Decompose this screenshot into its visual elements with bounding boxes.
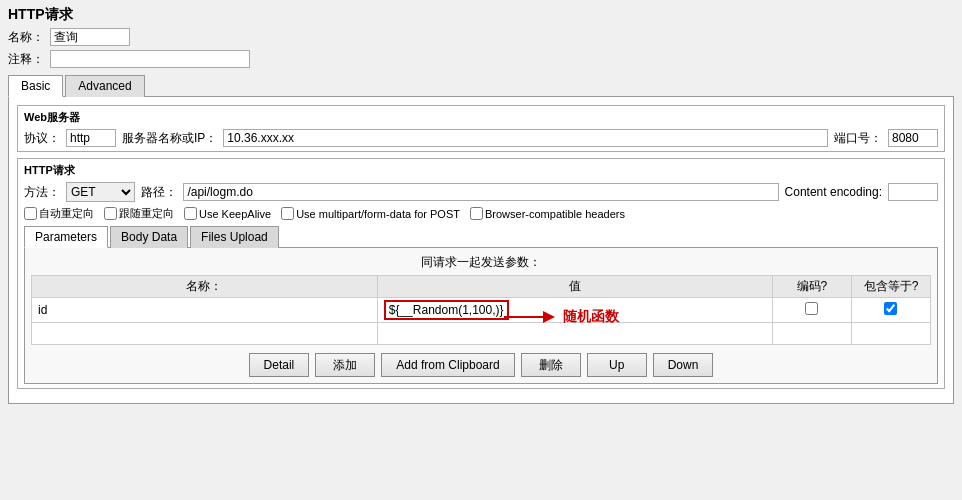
table-row: id ${__Random(1,100,)} [32, 298, 931, 323]
annotation-container: ${__Random(1,100,)} [384, 300, 509, 320]
tab-advanced[interactable]: Advanced [65, 75, 144, 97]
encode-checkbox[interactable] [805, 302, 818, 315]
http-request-title: HTTP请求 [24, 163, 938, 178]
auto-redirect-checkbox[interactable] [24, 207, 37, 220]
contains-checkbox[interactable] [884, 302, 897, 315]
follow-redirect-label[interactable]: 跟随重定向 [104, 206, 174, 221]
basic-panel: Web服务器 协议： 服务器名称或IP： 端口号： HTTP请求 方法： GET… [8, 97, 954, 404]
params-table: 名称： 值 编码? 包含等于? id ${__Random(1,100,)} [31, 275, 931, 345]
delete-button[interactable]: 删除 [521, 353, 581, 377]
params-header: 同请求一起发送参数： [31, 254, 931, 271]
col-header-encode: 编码? [772, 276, 851, 298]
add-button[interactable]: 添加 [315, 353, 375, 377]
method-select[interactable]: GET POST PUT DELETE [66, 182, 135, 202]
checkbox-row: 自动重定向 跟随重定向 Use KeepAlive Use multipart/… [24, 206, 938, 221]
server-row: 协议： 服务器名称或IP： 端口号： [24, 129, 938, 147]
detail-button[interactable]: Detail [249, 353, 310, 377]
name-row: 名称： [8, 28, 954, 46]
path-input[interactable] [183, 183, 778, 201]
server-input[interactable] [223, 129, 828, 147]
keepalive-checkbox[interactable] [184, 207, 197, 220]
main-tab-bar: Basic Advanced [8, 74, 954, 97]
empty-row [32, 323, 931, 345]
arrow-annotation: 随机函数 [499, 302, 619, 332]
random-function-value: ${__Random(1,100,)} [384, 300, 509, 320]
http-request-section: HTTP请求 方法： GET POST PUT DELETE 路径： Conte… [17, 158, 945, 389]
parameters-panel: 同请求一起发送参数： 名称： 值 编码? 包含等于? id [24, 248, 938, 384]
browser-headers-checkbox[interactable] [470, 207, 483, 220]
auto-redirect-label[interactable]: 自动重定向 [24, 206, 94, 221]
encoding-input[interactable] [888, 183, 938, 201]
name-label: 名称： [8, 29, 44, 46]
param-contains-cell [851, 298, 930, 323]
port-label: 端口号： [834, 130, 882, 147]
main-container: HTTP请求 名称： 注释： Basic Advanced Web服务器 协议：… [0, 0, 962, 500]
multipart-label[interactable]: Use multipart/form-data for POST [281, 207, 460, 220]
port-input[interactable] [888, 129, 938, 147]
param-encode-cell [772, 298, 851, 323]
protocol-input[interactable] [66, 129, 116, 147]
follow-redirect-checkbox[interactable] [104, 207, 117, 220]
add-clipboard-button[interactable]: Add from Clipboard [381, 353, 514, 377]
path-label: 路径： [141, 184, 177, 201]
protocol-label: 协议： [24, 130, 60, 147]
browser-headers-label[interactable]: Browser-compatible headers [470, 207, 625, 220]
inner-tab-bar: Parameters Body Data Files Upload [24, 225, 938, 248]
tab-body-data[interactable]: Body Data [110, 226, 188, 248]
server-label: 服务器名称或IP： [122, 130, 217, 147]
param-name-cell: id [32, 298, 378, 323]
method-row: 方法： GET POST PUT DELETE 路径： Content enco… [24, 182, 938, 202]
web-server-title: Web服务器 [24, 110, 938, 125]
param-value-cell: ${__Random(1,100,)} [377, 298, 772, 323]
comment-row: 注释： [8, 50, 954, 68]
col-header-name: 名称： [32, 276, 378, 298]
encoding-label: Content encoding: [785, 185, 882, 199]
button-row: Detail 添加 Add from Clipboard 删除 Up Down [31, 353, 931, 377]
web-server-section: Web服务器 协议： 服务器名称或IP： 端口号： [17, 105, 945, 152]
comment-label: 注释： [8, 51, 44, 68]
tab-basic[interactable]: Basic [8, 75, 63, 97]
tab-parameters[interactable]: Parameters [24, 226, 108, 248]
col-header-value: 值 [377, 276, 772, 298]
comment-input[interactable] [50, 50, 250, 68]
col-header-contains: 包含等于? [851, 276, 930, 298]
name-input[interactable] [50, 28, 130, 46]
multipart-checkbox[interactable] [281, 207, 294, 220]
up-button[interactable]: Up [587, 353, 647, 377]
keepalive-label[interactable]: Use KeepAlive [184, 207, 271, 220]
arrow-icon [499, 302, 559, 332]
page-title: HTTP请求 [8, 6, 954, 24]
tab-files-upload[interactable]: Files Upload [190, 226, 279, 248]
method-label: 方法： [24, 184, 60, 201]
down-button[interactable]: Down [653, 353, 714, 377]
annotation-text: 随机函数 [563, 308, 619, 326]
